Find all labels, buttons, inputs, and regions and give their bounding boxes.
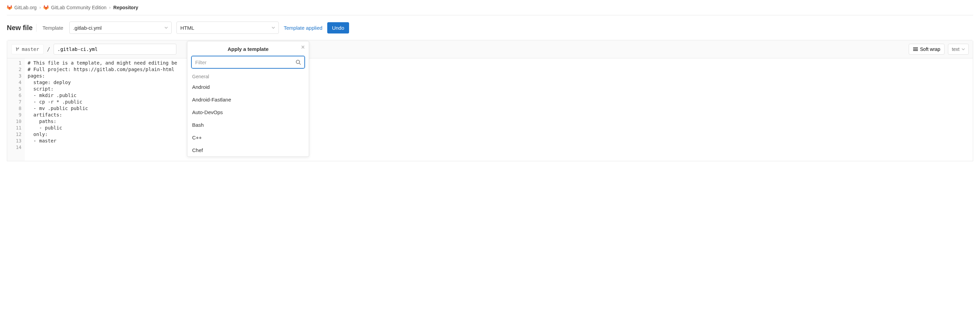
select-value: .gitlab-ci.yml (73, 25, 101, 31)
gitlab-icon (43, 5, 49, 10)
template-applied-link[interactable]: Template applied (283, 25, 322, 31)
svg-point-0 (296, 60, 300, 64)
close-icon[interactable]: × (301, 44, 305, 50)
popover-item[interactable]: Bash (187, 118, 309, 131)
template-label: Template (41, 25, 65, 31)
breadcrumb-label: GitLab Community Edition (51, 5, 107, 10)
toolbar: New file Template .gitlab-ci.yml HTML Te… (7, 15, 973, 40)
template-popover: Apply a template × General AndroidAndroi… (187, 41, 309, 157)
popover-title: Apply a template (228, 46, 269, 52)
popover-header: Apply a template × (187, 42, 309, 56)
branch-name: master (22, 46, 39, 52)
popover-item[interactable]: Auto-DevOps (187, 106, 309, 118)
breadcrumb-item-org[interactable]: GitLab.org (7, 5, 37, 10)
popover-item[interactable]: Android (187, 81, 309, 93)
filter-wrap (191, 56, 305, 68)
popover-item-list: AndroidAndroid-FastlaneAuto-DevOpsBashC+… (187, 81, 309, 157)
breadcrumb-item-project[interactable]: GitLab Community Edition (43, 5, 107, 10)
chevron-down-icon (962, 48, 965, 51)
branch-chip: master (11, 44, 44, 54)
breadcrumb-separator: › (109, 5, 111, 10)
code-area[interactable]: # This file is a template, and might nee… (25, 58, 973, 161)
breadcrumb-separator: › (39, 5, 41, 10)
breadcrumb-label: Repository (113, 5, 138, 10)
editor-body[interactable]: 1234567891011121314 # This file is a tem… (7, 58, 973, 161)
breadcrumb: GitLab.org › GitLab Community Edition › … (7, 0, 973, 15)
page-title: New file (7, 24, 37, 32)
gitlab-icon (7, 5, 12, 10)
select-value: HTML (180, 25, 194, 31)
undo-button[interactable]: Undo (327, 22, 349, 34)
chevron-down-icon (164, 26, 168, 29)
filter-input[interactable] (195, 59, 296, 65)
line-gutter: 1234567891011121314 (7, 58, 25, 161)
editor: master / Soft wrap text 1234567891011121… (7, 40, 973, 161)
popover-item[interactable]: C++ (187, 131, 309, 144)
branch-icon (16, 47, 20, 51)
syntax-select[interactable]: text (948, 44, 969, 55)
softwrap-label: Soft wrap (920, 46, 940, 52)
search-icon (296, 59, 301, 65)
chevron-down-icon (272, 26, 275, 29)
softwrap-button[interactable]: Soft wrap (909, 44, 945, 55)
filename-input[interactable] (54, 44, 177, 55)
popover-item[interactable]: Android-Fastlane (187, 93, 309, 106)
wrap-icon (913, 48, 918, 51)
popover-item[interactable]: Chef (187, 144, 309, 157)
svg-line-1 (299, 63, 301, 65)
path-separator: / (47, 46, 51, 53)
popover-group-label: General (187, 71, 309, 81)
breadcrumb-label: GitLab.org (14, 5, 37, 10)
breadcrumb-item-current[interactable]: Repository (113, 5, 138, 10)
editor-header: master / Soft wrap text (7, 40, 973, 58)
template-type-select[interactable]: .gitlab-ci.yml (69, 22, 172, 34)
syntax-label: text (952, 46, 959, 52)
template-language-select[interactable]: HTML (177, 22, 279, 34)
